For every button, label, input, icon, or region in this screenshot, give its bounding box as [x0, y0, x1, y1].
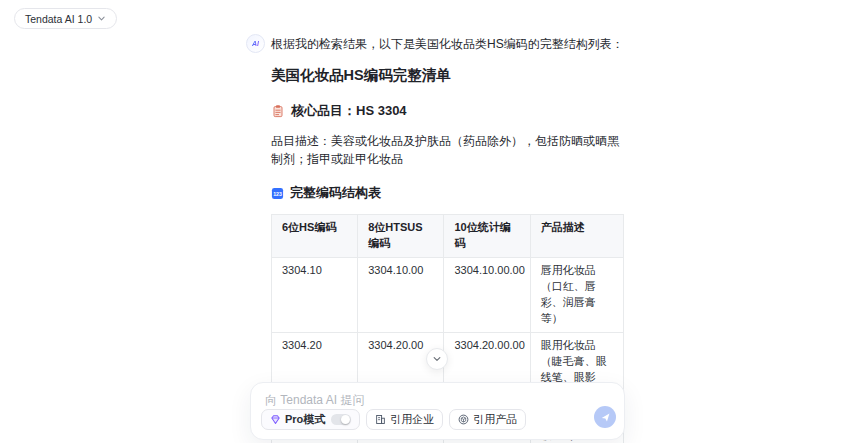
section-core-description: 品目描述：美容或化妆品及护肤品（药品除外），包括防晒或晒黑制剂；指甲或趾甲化妆品 — [271, 132, 624, 168]
table-cell: 3304.10 — [272, 257, 358, 332]
toggle-knob — [341, 415, 350, 424]
message-title: 美国化妆品HS编码完整清单 — [271, 66, 624, 85]
table-cell: 3304.10.00.00 — [444, 257, 530, 332]
table-header: 产品描述 — [530, 215, 623, 258]
building-icon — [375, 414, 386, 425]
model-selector-label: Tendata AI 1.0 — [25, 13, 92, 25]
section-table-heading-label: 完整编码结构表 — [290, 184, 381, 202]
expand-chevron-button[interactable] — [426, 348, 448, 370]
ai-avatar: AI — [246, 34, 265, 53]
section-table-heading: 123 完整编码结构表 — [271, 184, 624, 202]
pro-mode-toggle[interactable] — [331, 414, 351, 425]
composer-actions: Pro模式 引用企业 — [261, 409, 526, 430]
pro-mode-icon — [270, 414, 281, 425]
model-selector[interactable]: Tendata AI 1.0 — [14, 8, 117, 29]
pro-mode-button[interactable]: Pro模式 — [261, 409, 360, 430]
section-core-heading: 核心品目：HS 3304 — [271, 102, 624, 120]
chevron-down-icon — [432, 354, 442, 364]
app: Tendata AI 1.0 AI 根据我的检索结果，以下是美国化妆品类HS编码… — [0, 0, 841, 443]
table-cell: 3304.10.00 — [358, 257, 444, 332]
pro-mode-label: Pro模式 — [285, 412, 325, 427]
cite-company-label: 引用企业 — [390, 412, 434, 427]
cite-company-button[interactable]: 引用企业 — [366, 409, 443, 430]
table-cell: 唇用化妆品（口红、唇彩、润唇膏等） — [530, 257, 623, 332]
clipboard-icon — [271, 104, 285, 118]
table-header-row: 6位HS编码 8位HTSUS编码 10位统计编码 产品描述 — [272, 215, 624, 258]
section-core-heading-label: 核心品目：HS 3304 — [291, 102, 407, 120]
product-icon — [458, 414, 469, 425]
svg-text:123: 123 — [273, 190, 282, 196]
ai-avatar-label: AI — [252, 40, 259, 47]
table-header: 8位HTSUS编码 — [358, 215, 444, 258]
send-button[interactable] — [594, 406, 616, 428]
table-header: 6位HS编码 — [272, 215, 358, 258]
message-intro: 根据我的检索结果，以下是美国化妆品类HS编码的完整结构列表： — [271, 35, 624, 53]
send-icon — [600, 412, 611, 423]
prompt-input[interactable] — [265, 392, 595, 408]
table-header: 10位统计编码 — [444, 215, 530, 258]
numbers-icon: 123 — [271, 187, 284, 200]
cite-product-label: 引用产品 — [473, 412, 517, 427]
table-row: 3304.10 3304.10.00 3304.10.00.00 唇用化妆品（口… — [272, 257, 624, 332]
composer: Pro模式 引用企业 — [250, 382, 625, 440]
chevron-down-icon — [97, 14, 106, 23]
cite-product-button[interactable]: 引用产品 — [449, 409, 526, 430]
